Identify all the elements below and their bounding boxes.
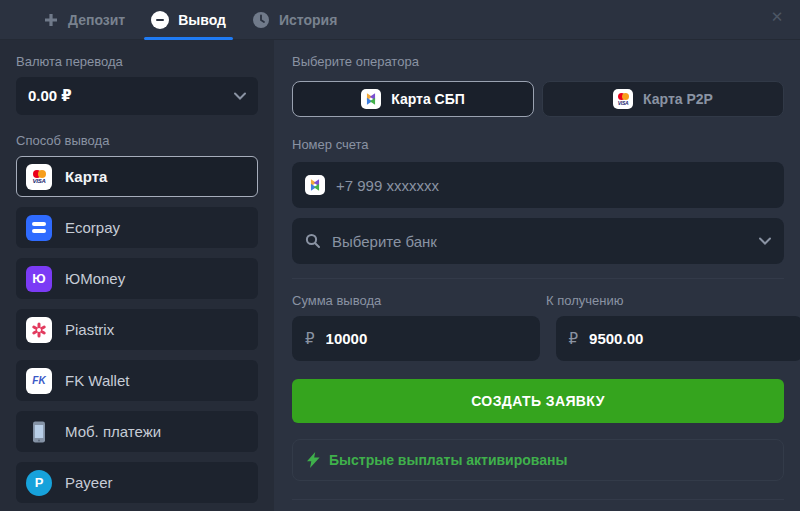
operator-label: Выберите оператора (292, 54, 784, 69)
create-request-button[interactable]: СОЗДАТЬ ЗАЯВКУ (292, 379, 784, 423)
sbp-icon (361, 89, 381, 109)
method-label: Способ вывода (16, 133, 258, 148)
operator-row: Карта СБП VISA Карта P2P (292, 81, 784, 117)
visa-mastercard-icon: VISA (26, 164, 52, 190)
minus-circle-icon (151, 11, 169, 29)
method-label-mobile: Моб. платежи (65, 423, 161, 440)
phone-number-field (292, 162, 784, 208)
yoomoney-icon: Ю (26, 266, 52, 292)
section-divider (292, 278, 784, 279)
method-label-piastrix: Piastrix (65, 321, 114, 338)
currency-label: Валюта перевода (16, 54, 258, 69)
receive-amount-input[interactable] (589, 330, 790, 347)
operator-p2p-button[interactable]: VISA Карта P2P (542, 81, 784, 117)
tab-history-label: История (279, 12, 337, 28)
bank-select-placeholder: Выберите банк (332, 233, 748, 250)
mobile-phone-icon (26, 419, 52, 445)
method-item-card[interactable]: VISA Карта (16, 156, 258, 197)
method-item-piastrix[interactable]: Piastrix (16, 309, 258, 350)
method-label-yoomoney: ЮMoney (65, 270, 125, 287)
chevron-down-icon (759, 237, 771, 245)
tab-withdraw[interactable]: Вывод (138, 0, 239, 40)
search-icon (305, 233, 321, 249)
fk-wallet-icon: FK (26, 368, 52, 394)
ruble-sign: ₽ (569, 330, 579, 348)
fast-payouts-status: Быстрые выплаты активированы (292, 439, 784, 481)
amount-inputs-row: ₽ ₽ (292, 316, 784, 361)
lightning-icon (307, 452, 320, 468)
method-label-ecorpay: Ecorpay (65, 219, 120, 236)
payeer-icon: P (26, 470, 52, 496)
ecorpay-icon (26, 215, 52, 241)
receive-amount-field: ₽ (556, 316, 800, 361)
withdraw-amount-input[interactable] (326, 330, 527, 347)
visa-mastercard-icon: VISA (613, 89, 633, 109)
withdraw-amount-field: ₽ (292, 316, 540, 361)
piastrix-icon (26, 317, 52, 343)
amount-labels-row: Сумма вывода К получению (292, 293, 784, 308)
withdrawal-modal: Депозит Вывод История ✕ Валюта перевода … (0, 0, 800, 511)
method-item-ecorpay[interactable]: Ecorpay (16, 207, 258, 248)
clock-icon (252, 11, 270, 29)
payment-method-sidebar: Валюта перевода 0.00 ₽ Способ вывода VIS… (0, 40, 274, 511)
chevron-down-icon (234, 92, 246, 100)
method-item-mobile[interactable]: Моб. платежи (16, 411, 258, 452)
method-label-card: Карта (65, 168, 107, 185)
method-item-payeer[interactable]: P Payeer (16, 462, 258, 503)
operator-p2p-label: Карта P2P (643, 91, 713, 107)
currency-select[interactable]: 0.00 ₽ (16, 77, 258, 115)
receive-amount-label: К получению (546, 293, 784, 308)
sbp-icon (305, 175, 325, 195)
operator-sbp-button[interactable]: Карта СБП (292, 81, 534, 117)
withdrawal-form: Выберите оператора Карта СБП VISA Кар (274, 40, 800, 511)
operator-sbp-label: Карта СБП (391, 91, 465, 107)
tab-deposit[interactable]: Депозит (30, 0, 138, 40)
method-item-fkwallet[interactable]: FK FK Wallet (16, 360, 258, 401)
close-icon[interactable]: ✕ (766, 6, 788, 28)
currency-value: 0.00 ₽ (28, 87, 72, 105)
tab-deposit-label: Депозит (68, 12, 125, 28)
ruble-sign: ₽ (305, 330, 315, 348)
withdraw-amount-label: Сумма вывода (292, 293, 530, 308)
account-number-label: Номер счета (292, 137, 784, 152)
bank-select[interactable]: Выберите банк (292, 218, 784, 264)
bottom-divider (292, 499, 784, 500)
fast-payouts-text: Быстрые выплаты активированы (329, 452, 567, 468)
method-label-payeer: Payeer (65, 474, 113, 491)
method-label-fkwallet: FK Wallet (65, 372, 129, 389)
method-item-yoomoney[interactable]: Ю ЮMoney (16, 258, 258, 299)
tab-history[interactable]: История (239, 0, 350, 40)
phone-number-input[interactable] (336, 177, 771, 194)
tab-withdraw-label: Вывод (178, 12, 226, 28)
plus-icon (43, 12, 59, 28)
modal-header: Депозит Вывод История ✕ (0, 0, 800, 40)
